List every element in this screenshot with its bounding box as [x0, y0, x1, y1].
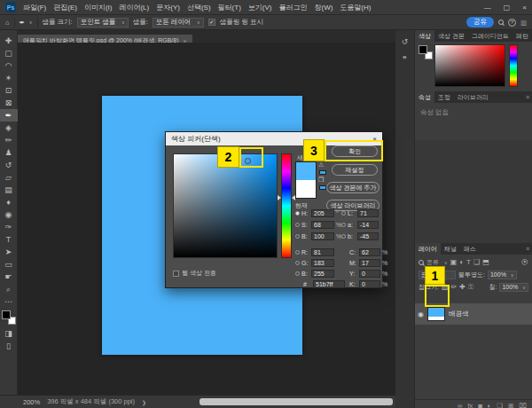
maximize-button[interactable]: ▢: [504, 4, 511, 12]
filter-toggle-icon[interactable]: ⦿: [521, 258, 528, 266]
l-input[interactable]: [357, 209, 379, 217]
lock-pixels-icon[interactable]: ✏: [451, 283, 458, 291]
status-arrow-icon[interactable]: ❯: [142, 399, 146, 405]
color-panel-hue-slider[interactable]: [509, 44, 518, 87]
menu-file[interactable]: 파일(F): [23, 3, 46, 12]
hex-input[interactable]: [313, 280, 345, 288]
y-input[interactable]: [359, 270, 380, 278]
s-input[interactable]: [311, 221, 334, 229]
link-layers-icon[interactable]: ∞: [458, 402, 462, 408]
delete-layer-icon[interactable]: ⌧: [519, 402, 527, 408]
opacity-dropdown[interactable]: 100% ∨: [488, 271, 517, 279]
history-panel-icon[interactable]: ↺: [402, 37, 409, 46]
blur-tool[interactable]: ♦: [0, 196, 18, 208]
horizontal-scrollbar-thumb[interactable]: [200, 398, 393, 405]
tab-paths[interactable]: 패스: [460, 243, 480, 255]
filter-smart-objects-icon[interactable]: ⬒: [482, 258, 489, 266]
lock-all-icon[interactable]: ⚿: [468, 283, 473, 292]
menu-image[interactable]: 이미지(I): [84, 3, 113, 12]
tab-patterns[interactable]: 패턴: [512, 30, 532, 42]
menu-layer[interactable]: 레이어(L): [119, 3, 149, 12]
zoom-level[interactable]: 200%: [23, 398, 40, 406]
tab-adjustments[interactable]: 조정: [434, 91, 454, 103]
c-input[interactable]: [359, 248, 380, 256]
spot-healing-brush-tool[interactable]: ◈: [0, 122, 18, 134]
tab-libraries[interactable]: 라이브러리: [454, 91, 492, 103]
menu-select[interactable]: 선택(S): [187, 3, 211, 12]
layer-thumbnail[interactable]: [427, 307, 445, 321]
hand-tool[interactable]: ☛: [0, 271, 18, 283]
active-tool-preset[interactable]: ✒ ∨: [20, 19, 33, 27]
g-input[interactable]: [311, 259, 334, 267]
menu-view[interactable]: 보기(V): [248, 3, 272, 12]
k-input[interactable]: [359, 280, 380, 288]
adjustment-layer-icon[interactable]: ◐: [488, 402, 492, 408]
panel-menu-icon[interactable]: ≡: [523, 243, 532, 255]
comments-panel-icon[interactable]: ❞: [403, 55, 407, 64]
show-sampling-ring-checkbox[interactable]: ✓: [208, 19, 215, 26]
m-input[interactable]: [359, 259, 380, 267]
rectangular-marquee-tool[interactable]: ▢: [0, 47, 18, 59]
web-warning-icon[interactable]: ❒: [318, 177, 324, 184]
sample-layers-dropdown[interactable]: 모든 레이어 ∨: [153, 18, 204, 27]
edit-toolbar-button[interactable]: ⋯: [0, 295, 18, 308]
panel-toggle-icon[interactable]: ▥: [520, 19, 527, 27]
type-tool[interactable]: T: [0, 233, 18, 246]
zoom-tool[interactable]: ⌕: [0, 283, 18, 295]
share-button[interactable]: 공유: [466, 17, 494, 27]
layer-search-icon[interactable]: [419, 260, 424, 265]
hue-slider-marker-left[interactable]: [278, 195, 281, 200]
pen-tool[interactable]: ✑: [0, 221, 18, 233]
foreground-background-swatches[interactable]: [2, 310, 16, 325]
b-hsb-input[interactable]: [311, 232, 334, 240]
dodge-tool[interactable]: ◉: [0, 208, 18, 221]
hue-slider[interactable]: [281, 153, 292, 258]
reset-button[interactable]: 재설정: [332, 164, 378, 176]
add-to-swatches-button[interactable]: 색상 견본에 추가: [326, 182, 379, 193]
gamut-color-swatch[interactable]: [319, 170, 326, 175]
panel-foreground-swatch[interactable]: [419, 45, 427, 54]
web-colors-only-checkbox[interactable]: [173, 271, 179, 277]
r-radio[interactable]: [295, 250, 300, 255]
h-input[interactable]: [311, 209, 334, 217]
l-radio[interactable]: [341, 211, 346, 216]
saturation-brightness-field[interactable]: [173, 153, 278, 258]
menu-help[interactable]: 도움말(H): [340, 3, 371, 12]
s-radio[interactable]: [295, 223, 300, 227]
filter-pixel-layers-icon[interactable]: ▣: [450, 258, 458, 266]
eraser-tool[interactable]: ▱: [0, 171, 18, 184]
lab-b-radio[interactable]: [341, 234, 346, 239]
a-radio[interactable]: [341, 223, 346, 227]
clone-stamp-tool[interactable]: ♟: [0, 146, 18, 159]
r-input[interactable]: [311, 248, 334, 256]
lock-position-icon[interactable]: ✚: [459, 283, 466, 291]
panel-menu-icon[interactable]: ≡: [523, 91, 532, 103]
tab-properties[interactable]: 속성: [415, 91, 434, 103]
eyedropper-tool[interactable]: ✒: [0, 109, 18, 122]
move-tool[interactable]: ✚: [0, 35, 18, 47]
b-hsb-radio[interactable]: [295, 234, 300, 239]
tab-swatches[interactable]: 색상 견본: [434, 30, 468, 42]
screen-mode-button[interactable]: ▯: [0, 340, 18, 352]
filter-shape-layers-icon[interactable]: ❏: [473, 258, 480, 266]
menu-plugins[interactable]: 플러그인: [278, 3, 307, 12]
gradient-tool[interactable]: ▤: [0, 184, 18, 196]
filter-adjustment-layers-icon[interactable]: ◐: [459, 258, 464, 266]
foreground-color-swatch[interactable]: [2, 310, 11, 319]
menu-filter[interactable]: 필터(T): [218, 3, 241, 12]
sample-size-dropdown[interactable]: 포인트 샘플 ∨: [77, 18, 129, 27]
quick-mask-button[interactable]: ◨: [0, 327, 18, 340]
minimize-button[interactable]: —: [484, 4, 491, 12]
add-mask-icon[interactable]: ◙: [478, 402, 482, 408]
web-color-swatch[interactable]: [319, 185, 326, 190]
filter-type-layers-icon[interactable]: T: [466, 258, 471, 266]
a-input[interactable]: [357, 221, 379, 229]
color-panel-field[interactable]: [434, 44, 505, 87]
tab-gradients[interactable]: 그레이디언트: [468, 30, 512, 42]
b-rgb-input[interactable]: [311, 270, 334, 278]
home-icon[interactable]: ⌂: [5, 19, 10, 27]
frame-tool[interactable]: ⊠: [0, 97, 18, 109]
path-selection-tool[interactable]: ➤: [0, 246, 18, 258]
menu-window[interactable]: 창(W): [314, 3, 332, 12]
fill-dropdown[interactable]: 100% ∨: [499, 283, 528, 292]
